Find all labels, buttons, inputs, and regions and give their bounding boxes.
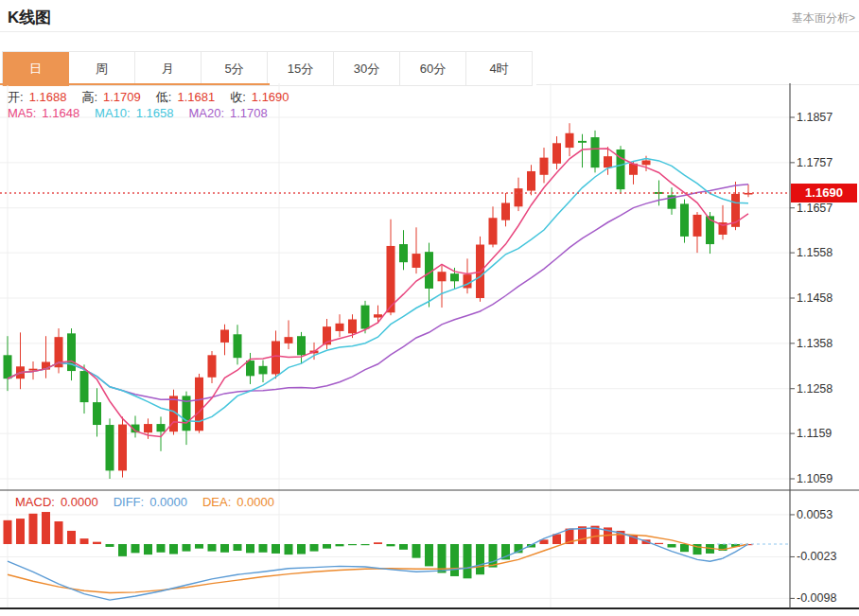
macd-bar: [259, 544, 268, 553]
macd-bar: [42, 512, 50, 544]
macd-bar: [208, 544, 217, 552]
candle-body: [642, 160, 651, 165]
candle-body: [374, 314, 382, 317]
candle-body: [285, 337, 293, 343]
candle-body: [566, 133, 574, 148]
legend-label: DIFF:: [114, 495, 145, 509]
legend-value: 1.1648: [42, 106, 79, 120]
candle-body: [438, 272, 447, 281]
legend-label: 低:: [156, 90, 172, 104]
macd-bar: [144, 544, 152, 554]
candle-body: [578, 141, 587, 143]
macd-axis-label: -0.0098: [797, 591, 836, 605]
macd-bar: [195, 544, 203, 549]
macd-bar: [655, 543, 663, 544]
y-axis-label: 1.1458: [797, 291, 833, 305]
candle-body: [80, 371, 89, 402]
macd-legend: MACD:0.0000DIFF:0.0000DEA:0.0000: [15, 495, 289, 509]
legend-value: 0.0000: [237, 495, 274, 509]
candle-body: [527, 171, 535, 191]
candle-body: [246, 361, 254, 376]
active-tab-accent: [0, 83, 270, 85]
legend-label: DEA:: [202, 495, 231, 509]
y-axis-label: 1.1558: [797, 246, 833, 259]
fundamental-analysis-link[interactable]: 基本面分析>: [792, 10, 855, 26]
current-price-tag: 1.1690: [791, 184, 857, 202]
candle-body: [157, 424, 166, 431]
macd-bar: [348, 544, 357, 545]
macd-bar: [668, 544, 676, 548]
macd-axis-label: 0.0053: [797, 508, 833, 521]
candle-body: [591, 137, 600, 167]
kline-chart-widget: K线图 基本面分析> 日周月5分15分30分60分4时 1.18571.1757…: [0, 0, 859, 616]
candle-body: [195, 378, 203, 431]
tab-日[interactable]: 日: [3, 52, 69, 86]
legend-label: MACD:: [15, 495, 55, 509]
candle-body: [361, 306, 370, 329]
y-axis-label: 1.1059: [797, 472, 833, 485]
macd-bar: [106, 544, 114, 547]
candle-body: [93, 402, 101, 425]
macd-bar: [234, 544, 242, 551]
candle-body: [501, 202, 510, 220]
ohlc-legend: 开:1.1688高:1.1709低:1.1681收:1.1690: [8, 89, 305, 106]
macd-bar: [55, 521, 63, 544]
candle-body: [693, 215, 702, 237]
y-axis-label: 1.1757: [797, 156, 833, 169]
candle-body: [272, 341, 280, 374]
candle-body: [297, 336, 306, 355]
legend-value: 0.0000: [149, 495, 187, 509]
macd-bar: [323, 544, 331, 549]
legend-value: 1.1681: [177, 90, 215, 104]
candle-body: [144, 424, 152, 432]
candle-body: [259, 366, 268, 375]
widget-header: K线图 基本面分析>: [0, 0, 859, 32]
macd-bar: [399, 544, 408, 550]
macd-bar: [220, 544, 229, 553]
macd-bar: [297, 544, 306, 554]
tab-bar-filler: [536, 51, 859, 85]
legend-label: 高:: [81, 90, 97, 104]
tab-周[interactable]: 周: [69, 52, 135, 86]
candle-body: [515, 188, 523, 206]
candle-body: [348, 319, 357, 333]
tab-月[interactable]: 月: [135, 52, 202, 86]
candle-body: [234, 334, 242, 358]
tab-60分[interactable]: 60分: [400, 52, 466, 86]
chart-area[interactable]: 1.18571.17571.16571.15581.14581.13581.12…: [0, 83, 859, 616]
legend-value: 1.1709: [103, 90, 141, 104]
macd-bar: [361, 544, 370, 545]
tab-30分[interactable]: 30分: [334, 52, 400, 86]
macd-bar: [16, 519, 25, 544]
macd-bar: [476, 544, 484, 574]
y-axis-label: 1.1657: [797, 202, 833, 215]
macd-bar: [374, 542, 382, 544]
macd-bar: [285, 544, 293, 554]
ma20-line: [8, 185, 748, 402]
macd-bar: [272, 544, 280, 554]
tab-4时[interactable]: 4时: [466, 52, 533, 86]
macd-bar: [67, 531, 76, 544]
candle-body: [106, 425, 114, 470]
candle-body: [464, 274, 472, 288]
page-title: K线图: [8, 7, 51, 28]
legend-label: 收:: [230, 90, 246, 104]
candle-body: [489, 218, 498, 244]
candle-body: [604, 156, 612, 167]
tab-5分[interactable]: 5分: [202, 52, 268, 86]
legend-value: 1.1658: [136, 106, 174, 120]
macd-bar: [29, 514, 38, 544]
macd-bar: [246, 544, 254, 553]
ma10-line: [8, 159, 748, 422]
macd-bar: [310, 544, 319, 552]
candle-body: [412, 254, 421, 268]
legend-value: 1.1690: [252, 90, 289, 104]
macd-bar: [4, 520, 12, 544]
legend-label: 开:: [8, 90, 24, 104]
candle-body: [399, 244, 408, 262]
macd-bar: [118, 544, 127, 556]
macd-bar: [425, 544, 433, 566]
legend-label: MA20:: [188, 106, 224, 120]
candle-body: [680, 203, 689, 236]
tab-15分[interactable]: 15分: [268, 52, 334, 86]
